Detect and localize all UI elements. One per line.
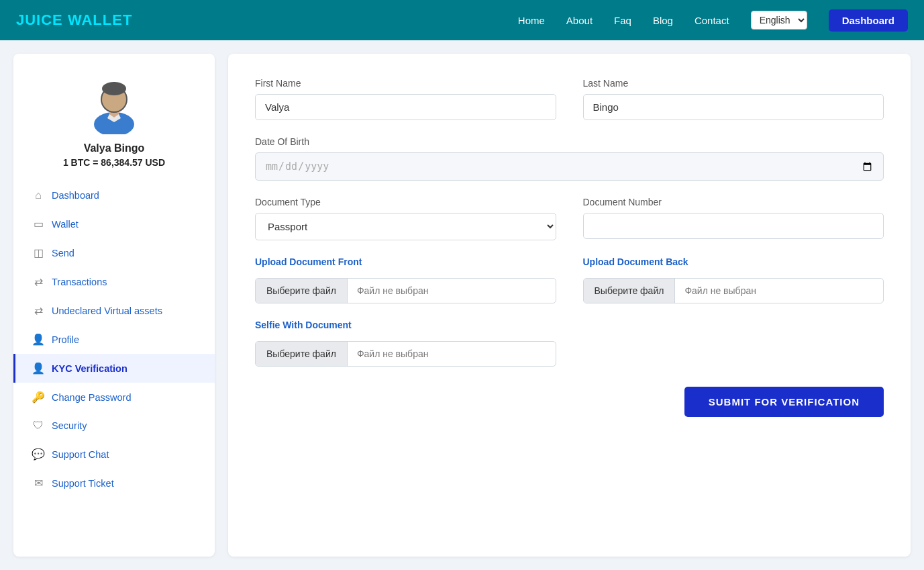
- sidebar-label-wallet: Wallet: [52, 219, 79, 230]
- password-icon: 🔑: [32, 391, 45, 403]
- sidebar-item-security[interactable]: 🛡 Security: [13, 412, 215, 440]
- sidebar-item-send[interactable]: ◫ Send: [13, 238, 215, 267]
- submit-button[interactable]: SUBMIT FOR VERIFICATION: [684, 387, 884, 417]
- sidebar-label-support-ticket: Support Ticket: [52, 478, 114, 489]
- doc-type-select[interactable]: Passport ID Card Driver License: [255, 213, 556, 240]
- sidebar-label-dashboard: Dashboard: [52, 190, 99, 201]
- sidebar-label-change-password: Change Password: [52, 392, 132, 403]
- doc-type-group: Document Type Passport ID Card Driver Li…: [255, 197, 556, 240]
- selfie-row: Selfie With Document Выберите файл Файл …: [255, 320, 884, 367]
- nav-faq[interactable]: Faq: [614, 15, 631, 26]
- sidebar-label-profile: Profile: [52, 334, 79, 345]
- svg-point-4: [102, 82, 126, 95]
- sidebar-label-kyc: KYC Verification: [52, 363, 127, 374]
- sidebar-item-kyc-verification[interactable]: 👤 KYC Verification: [13, 354, 215, 383]
- chat-icon: 💬: [32, 448, 45, 461]
- dob-input[interactable]: [255, 152, 884, 181]
- upload-back-label: Upload Document Back: [583, 256, 884, 267]
- selfie-label: Selfie With Document: [255, 320, 556, 330]
- last-name-label: Last Name: [583, 78, 884, 89]
- sidebar-item-profile[interactable]: 👤 Profile: [13, 325, 215, 354]
- upload-back-button[interactable]: Выберите файл: [584, 279, 676, 303]
- language-select[interactable]: English: [751, 11, 807, 30]
- kyc-form: First Name Last Name Date Of Birth Docum…: [228, 54, 911, 557]
- name-row: First Name Last Name: [255, 78, 884, 120]
- first-name-input[interactable]: [255, 94, 556, 120]
- nav-home[interactable]: Home: [518, 15, 545, 26]
- upload-front-group: Upload Document Front Выберите файл Файл…: [255, 256, 556, 303]
- wallet-icon: ▭: [32, 218, 45, 230]
- header: JUICE WALLET Home About Faq Blog Contact…: [0, 0, 924, 40]
- sidebar-item-wallet[interactable]: ▭ Wallet: [13, 209, 215, 238]
- ticket-icon: ✉: [32, 477, 45, 489]
- sidebar-item-dashboard[interactable]: ⌂ Dashboard: [13, 181, 215, 209]
- sidebar-nav: ⌂ Dashboard ▭ Wallet ◫ Send ⇄ Transactio…: [13, 181, 215, 497]
- nav-blog[interactable]: Blog: [653, 15, 673, 26]
- main-layout: Valya Bingo 1 BTC = 86,384.57 USD ⌂ Dash…: [0, 40, 924, 570]
- logo: JUICE WALLET: [16, 11, 132, 29]
- document-row: Document Type Passport ID Card Driver Li…: [255, 197, 884, 240]
- upload-front-text: Файл не выбран: [348, 279, 556, 303]
- sidebar-label-send: Send: [52, 248, 74, 258]
- doc-number-label: Document Number: [583, 197, 884, 207]
- sidebar-item-transactions[interactable]: ⇄ Transactions: [13, 267, 215, 296]
- sidebar-item-undeclared-virtual-assets[interactable]: ⇄ Undeclared Virtual assets: [13, 296, 215, 325]
- nav-contact[interactable]: Contact: [695, 15, 729, 26]
- sidebar-item-support-chat[interactable]: 💬 Support Chat: [13, 440, 215, 469]
- first-name-label: First Name: [255, 78, 556, 89]
- kyc-icon: 👤: [32, 362, 45, 375]
- undeclared-icon: ⇄: [32, 304, 45, 317]
- dashboard-button[interactable]: Dashboard: [829, 9, 908, 32]
- transactions-icon: ⇄: [32, 275, 45, 288]
- avatar: [84, 74, 144, 134]
- upload-back-group: Upload Document Back Выберите файл Файл …: [583, 256, 884, 303]
- upload-back-wrapper: Выберите файл Файл не выбран: [583, 278, 884, 303]
- upload-front-button[interactable]: Выберите файл: [256, 279, 348, 303]
- selfie-group: Selfie With Document Выберите файл Файл …: [255, 320, 556, 367]
- submit-row: SUBMIT FOR VERIFICATION: [255, 387, 884, 417]
- sidebar-label-transactions: Transactions: [52, 277, 107, 287]
- selfie-button[interactable]: Выберите файл: [256, 342, 348, 366]
- upload-row: Upload Document Front Выберите файл Файл…: [255, 256, 884, 303]
- last-name-input[interactable]: [583, 94, 884, 120]
- last-name-group: Last Name: [583, 78, 884, 120]
- home-icon: ⌂: [32, 189, 45, 201]
- doc-type-label: Document Type: [255, 197, 556, 207]
- main-nav: Home About Faq Blog Contact English Dash…: [518, 9, 908, 32]
- sidebar-label-security: Security: [52, 420, 87, 431]
- sidebar: Valya Bingo 1 BTC = 86,384.57 USD ⌂ Dash…: [13, 54, 215, 557]
- dob-label: Date Of Birth: [255, 136, 884, 147]
- sidebar-label-support-chat: Support Chat: [52, 449, 109, 460]
- security-icon: 🛡: [32, 420, 45, 432]
- btc-rate: 1 BTC = 86,384.57 USD: [63, 157, 165, 168]
- sidebar-item-support-ticket[interactable]: ✉ Support Ticket: [13, 469, 215, 497]
- first-name-group: First Name: [255, 78, 556, 120]
- doc-number-group: Document Number: [583, 197, 884, 240]
- upload-back-text: Файл не выбран: [675, 279, 883, 303]
- dob-row: Date Of Birth: [255, 136, 884, 181]
- send-icon: ◫: [32, 246, 45, 259]
- sidebar-item-change-password[interactable]: 🔑 Change Password: [13, 383, 215, 412]
- sidebar-label-undeclared: Undeclared Virtual assets: [52, 305, 162, 316]
- doc-number-input[interactable]: [583, 213, 884, 239]
- user-name: Valya Bingo: [84, 142, 145, 154]
- selfie-wrapper: Выберите файл Файл не выбран: [255, 341, 556, 367]
- profile-icon: 👤: [32, 333, 45, 346]
- selfie-spacer: [583, 320, 884, 367]
- nav-about[interactable]: About: [566, 15, 593, 26]
- upload-front-label: Upload Document Front: [255, 256, 556, 267]
- selfie-text: Файл не выбран: [348, 342, 556, 366]
- dob-group: Date Of Birth: [255, 136, 884, 181]
- upload-front-wrapper: Выберите файл Файл не выбран: [255, 278, 556, 303]
